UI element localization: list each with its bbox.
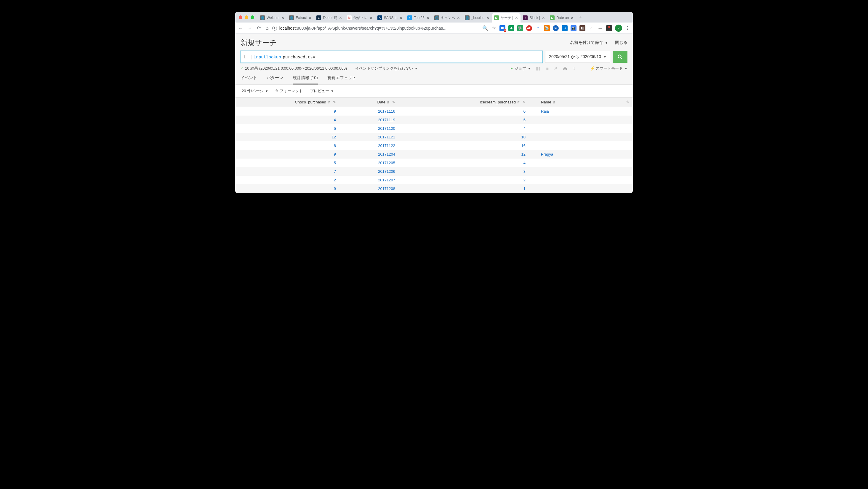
close-tab-icon[interactable]: ✕ (369, 16, 373, 20)
browser-tab[interactable]: 🌐キャンペ✕ (432, 13, 462, 23)
cell-date[interactable]: 20171122 (348, 141, 407, 150)
cell-date[interactable]: 20171206 (348, 167, 407, 176)
pencil-icon[interactable]: ✎ (392, 100, 395, 104)
cell-icecream[interactable]: 4 (407, 124, 537, 133)
cell-name[interactable] (537, 158, 633, 167)
cell-choco[interactable]: 2 (235, 176, 348, 184)
cell-icecream[interactable]: 4 (407, 158, 537, 167)
browser-tab[interactable]: 🌐_bourbo✕ (462, 13, 492, 23)
cell-name[interactable] (537, 124, 633, 133)
ext-icon-3[interactable]: ᴿ (535, 25, 541, 31)
zoom-icon[interactable]: 🔍 (482, 25, 488, 31)
browser-tab[interactable]: M受信トレ✕ (344, 13, 375, 23)
close-button[interactable]: 閉じる (615, 40, 627, 45)
cell-date[interactable]: 20171204 (348, 150, 407, 158)
cell-icecream[interactable]: 8 (407, 167, 537, 176)
print-icon[interactable]: 🖶 (563, 66, 567, 71)
cell-choco[interactable]: 9 (235, 150, 348, 158)
pencil-icon[interactable]: ✎ (523, 100, 526, 104)
minimize-window-icon[interactable] (245, 16, 248, 19)
ext-icon-evernote[interactable]: 🐘 (517, 25, 523, 31)
search-input[interactable]: 1 | inputlookup purchased.csv (241, 51, 543, 63)
browser-tab[interactable]: XTop 25✕ (405, 13, 432, 23)
col-header-icecream[interactable]: Icecream_purchased⇵✎ (407, 97, 537, 107)
ext-icon-8[interactable]: 📍 (606, 25, 612, 31)
pencil-icon[interactable]: ✎ (626, 100, 629, 104)
browser-tab[interactable]: ●DeepL翻✕ (314, 13, 344, 23)
ext-icon-5[interactable]: ◧ (580, 25, 585, 31)
browser-tab[interactable]: ▶Date an✕ (548, 13, 576, 23)
search-button[interactable] (613, 51, 627, 63)
cell-name[interactable] (537, 141, 633, 150)
cell-choco[interactable]: 12 (235, 133, 348, 141)
cell-icecream[interactable]: 0 (407, 107, 537, 116)
cell-date[interactable]: 20171120 (348, 124, 407, 133)
new-tab-button[interactable]: + (576, 14, 584, 21)
browser-tab[interactable]: ▶サーチ |✕ (492, 13, 521, 23)
cell-icecream[interactable]: 16 (407, 141, 537, 150)
cell-choco[interactable]: 9 (235, 107, 348, 116)
pencil-icon[interactable]: ✎ (333, 100, 336, 104)
close-window-icon[interactable] (239, 16, 242, 19)
save-as-button[interactable]: 名前を付けて保存 ▼ (570, 40, 608, 45)
cell-name[interactable] (537, 176, 633, 184)
tab-events[interactable]: イベント (241, 75, 257, 85)
close-tab-icon[interactable]: ✕ (515, 16, 518, 20)
tab-visualization[interactable]: 視覚エフェクト (327, 75, 356, 85)
cell-icecream[interactable]: 10 (407, 133, 537, 141)
preview-dropdown[interactable]: プレビュー ▼ (310, 88, 334, 94)
cell-icecream[interactable]: 12 (407, 150, 537, 158)
cell-choco[interactable]: 7 (235, 167, 348, 176)
close-tab-icon[interactable]: ✕ (570, 16, 574, 20)
cell-date[interactable]: 20171205 (348, 158, 407, 167)
cell-choco[interactable]: 8 (235, 141, 348, 150)
smartmode-dropdown[interactable]: ⚡ スマートモード ▼ (590, 66, 627, 71)
ext-icon-6[interactable]: ○ (588, 25, 594, 31)
cell-name[interactable]: Raja (537, 107, 633, 116)
ext-icon-2[interactable]: ◆ (508, 25, 514, 31)
browser-tab[interactable]: 🌐Extract✕ (287, 13, 314, 23)
nav-back-icon[interactable]: ← (239, 26, 243, 31)
per-page-dropdown[interactable]: 20 件/ページ ▼ (242, 88, 268, 94)
cell-choco[interactable]: 9 (235, 184, 348, 193)
browser-tab[interactable]: #Slack |✕ (521, 13, 548, 23)
cell-choco[interactable]: 5 (235, 158, 348, 167)
ext-icon-7[interactable]: ▬ (597, 25, 603, 31)
col-header-name[interactable]: Name⇵✎ (537, 97, 633, 107)
cell-name[interactable] (537, 116, 633, 124)
cell-name[interactable] (537, 184, 633, 193)
close-tab-icon[interactable]: ✕ (308, 16, 312, 20)
cell-date[interactable]: 20171116 (348, 107, 407, 116)
maximize-window-icon[interactable] (251, 16, 254, 19)
close-tab-icon[interactable]: ✕ (426, 16, 430, 20)
cell-icecream[interactable]: 1 (407, 184, 537, 193)
cell-name[interactable] (537, 167, 633, 176)
col-header-choco[interactable]: Choco_purchased⇵✎ (235, 97, 348, 107)
ext-icon-1[interactable]: ⬢6 (499, 25, 505, 31)
cell-choco[interactable]: 5 (235, 124, 348, 133)
cell-choco[interactable]: 4 (235, 116, 348, 124)
ext-icon-skype[interactable]: S (562, 25, 568, 31)
reload-icon[interactable]: ⟳ (257, 25, 261, 31)
browser-tab[interactable]: 🌐Welcom✕ (258, 13, 287, 23)
ext-icon-abp[interactable]: AB (526, 25, 532, 31)
bookmark-icon[interactable]: ☆ (492, 25, 496, 31)
close-tab-icon[interactable]: ✕ (542, 16, 545, 20)
ext-icon-rss[interactable]: 📡 (544, 25, 550, 31)
profile-avatar[interactable]: k (615, 25, 622, 32)
cell-name[interactable] (537, 133, 633, 141)
sampling-dropdown[interactable]: イベントサンプリングを行わない ▼ (355, 66, 418, 71)
close-tab-icon[interactable]: ✕ (457, 16, 460, 20)
browser-menu-icon[interactable]: ⋮ (625, 25, 630, 31)
download-icon[interactable]: ⤓ (572, 66, 576, 71)
ext-icon-4[interactable]: 🏛 (553, 25, 559, 31)
share-icon[interactable]: ↗ (554, 66, 558, 71)
cell-date[interactable]: 20171119 (348, 116, 407, 124)
col-header-date[interactable]: Date⇵✎ (348, 97, 407, 107)
timerange-picker[interactable]: 2020/05/21 から 2020/06/10▼ (545, 51, 610, 63)
ext-icon-camera[interactable]: 📷 (570, 25, 577, 31)
cell-icecream[interactable]: 5 (407, 116, 537, 124)
close-tab-icon[interactable]: ✕ (399, 16, 403, 20)
cell-date[interactable]: 20171207 (348, 176, 407, 184)
close-tab-icon[interactable]: ✕ (486, 16, 489, 20)
